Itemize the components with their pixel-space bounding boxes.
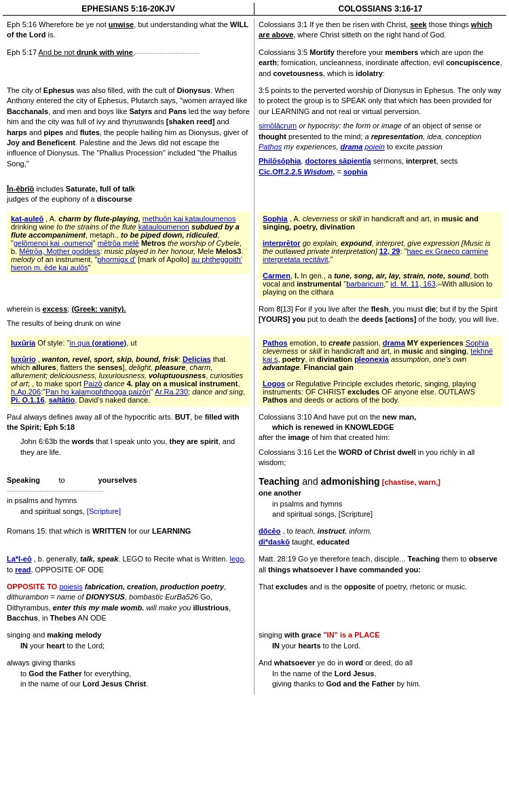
col-3-5: Colossians 3:5 Mortify therefore your me… [259,48,502,79]
in-ebrio: Īn-ēbrīō includes Saturate, full of talk… [7,184,250,205]
col-right-9: Teaching and admonishing [chastise, warn… [254,474,506,525]
col-right-12: That excludes and is the opposite of poe… [254,580,506,629]
col-3-10: Colossians 3:10 And have put on the new … [259,412,502,443]
col-right-8: Colossians 3:10 And have put on the new … [254,411,506,474]
col-3-1: Colossians 3:1 If ye then be risen with … [259,20,502,41]
row-11: La*l-eō , b. generally, talk, speak. LEG… [3,553,506,580]
eph-5-17: Eph 5:17 And be not drunk with wine,----… [7,48,250,58]
opposite-to: OPPOSITE TO poiesis fabrication, creatio… [7,582,250,624]
row-13: singing and making melody IN your heart … [3,629,506,657]
col-left-7: luxūria Of style: "in qua (oratione), ut… [3,335,254,411]
results-drunk: The results of being drunk on wine [7,318,250,329]
col-left-6: wherein is excess; (Greek: vanity). The … [3,303,254,335]
row-14: always giving thanks to God the Father f… [3,657,506,695]
romans-15: Romans 15: that which is WRITTEN for our… [7,526,250,536]
doceo: dŏcēo , to teach, instruct, inform, di*d… [259,526,502,547]
col-right-7: Pathos emotion, to create passion, drama… [254,335,506,411]
header-left: EPHESIANS 5:16-20KJV [3,3,254,15]
row-1: Eph 5:16 Wherefore be ye not unwise, but… [3,18,506,46]
col-right-3: 3:5 points to the perverted worship of D… [254,84,506,183]
col-left-11: La*l-eō , b. generally, talk, speak. LEG… [3,553,254,580]
col-left-8: Paul always defines away all of the hypo… [3,411,254,474]
row-5-yellow: kat-auleō , A. charm by flute-playing, m… [3,210,506,303]
singing-grace: singing with grace "IN" is a PLACE IN yo… [259,630,502,651]
row-8: Paul always defines away all of the hypo… [3,411,506,474]
col-right-1: Colossians 3:1 If ye then be risen with … [254,18,506,46]
kat-auleo-block: kat-auleō , A. charm by flute-playing, m… [7,212,250,274]
similacrum: simōlācrum or hypocrisy: the form or ima… [259,121,502,152]
singing-melody: singing and making melody IN your heart … [7,630,250,651]
col-right-4 [254,183,506,210]
col-left-9: Speaking to yourselves -----------------… [3,474,254,525]
whatsoever: And whatsoever ye do in word or deed, do… [259,658,502,689]
row-6: wherein is excess; (Greek: vanity). The … [3,303,506,335]
col-left-13: singing and making melody IN your heart … [3,629,254,657]
col-right-10: dŏcēo , to teach, instruct, inform, di*d… [254,525,506,553]
col-left-4: Īn-ēbrīō includes Saturate, full of talk… [3,183,254,210]
col-right-6: Rom 8[13] For if you live after the fles… [254,303,506,335]
col-3-16: Colossians 3:16 Let the WORD of Christ d… [259,447,502,468]
paul-defines: Paul always defines away all of the hypo… [7,412,250,433]
rom-8-13: Rom 8[13] For if you live after the fles… [259,304,502,325]
row-9: Speaking to yourselves -----------------… [3,474,506,525]
col-left-2: Eph 5:17 And be not drunk with wine,----… [3,46,254,84]
col-left-5: kat-auleō , A. charm by flute-playing, m… [3,210,254,303]
header-row: EPHESIANS 5:16-20KJV COLOSSIANS 3:16-17 [3,3,506,16]
row-2: Eph 5:17 And be not drunk with wine,----… [3,46,506,84]
row-7-yellow: luxūria Of style: "in qua (oratione), ut… [3,335,506,411]
luxuria-block: luxūria Of style: "in qua (oratione), ut… [7,336,250,407]
la-l-eo: La*l-eō , b. generally, talk, speak. LEG… [7,554,250,575]
sophia-block: Sophia , A. cleverness or skill in handi… [259,212,502,299]
col-left-10: Romans 15: that which is WRITTEN for our… [3,525,254,553]
row-12: OPPOSITE TO poiesis fabrication, creatio… [3,580,506,629]
header-right: COLOSSIANS 3:16-17 [254,3,506,15]
row-3: The city of Ephesus was also filled, wit… [3,84,506,183]
wherein-excess: wherein is excess; (Greek: vanity). [7,304,250,314]
ephesus-cult: The city of Ephesus was also filled, wit… [7,86,250,169]
row-10: Romans 15: that which is WRITTEN for our… [3,525,506,553]
col-3-5-points: 3:5 points to the perverted worship of D… [259,86,502,117]
matt-28-19: Matt. 28:19 Go ye therefore teach, disci… [259,554,502,575]
col-right-13: singing with grace "IN" is a PLACE IN yo… [254,629,506,657]
speaking-yourselves: Speaking to yourselves -----------------… [7,475,250,517]
col-right-14: And whatsoever ye do in word or deed, do… [254,657,506,695]
col-left-3: The city of Ephesus was also filled, wit… [3,84,254,183]
teaching-admonishing: Teaching and admonishing [chastise, warn… [259,475,502,520]
that-excludes: That excludes and is the opposite of poe… [259,582,502,592]
eph-5-16: Eph 5:16 Wherefore be ye not unwise, but… [7,20,250,41]
col-right-2: Colossians 3:5 Mortify therefore your me… [254,46,506,84]
page: EPHESIANS 5:16-20KJV COLOSSIANS 3:16-17 … [0,0,509,697]
col-right-11: Matt. 28:19 Go ye therefore teach, disci… [254,553,506,580]
col-left-14: always giving thanks to God the Father f… [3,657,254,695]
philosophia: Philōsōphia, doctores sāpientīa sermons,… [259,156,502,177]
giving-thanks: always giving thanks to God the Father f… [7,658,250,689]
col-left-12: OPPOSITE TO poiesis fabrication, creatio… [3,580,254,629]
john-6-63b: John 6:63b the words that I speak unto y… [20,437,250,458]
col-right-5: Sophia , A. cleverness or skill in handi… [254,210,506,303]
pathos-block: Pathos emotion, to create passion, drama… [259,336,502,407]
row-4: Īn-ēbrīō includes Saturate, full of talk… [3,183,506,210]
col-left-1: Eph 5:16 Wherefore be ye not unwise, but… [3,18,254,46]
